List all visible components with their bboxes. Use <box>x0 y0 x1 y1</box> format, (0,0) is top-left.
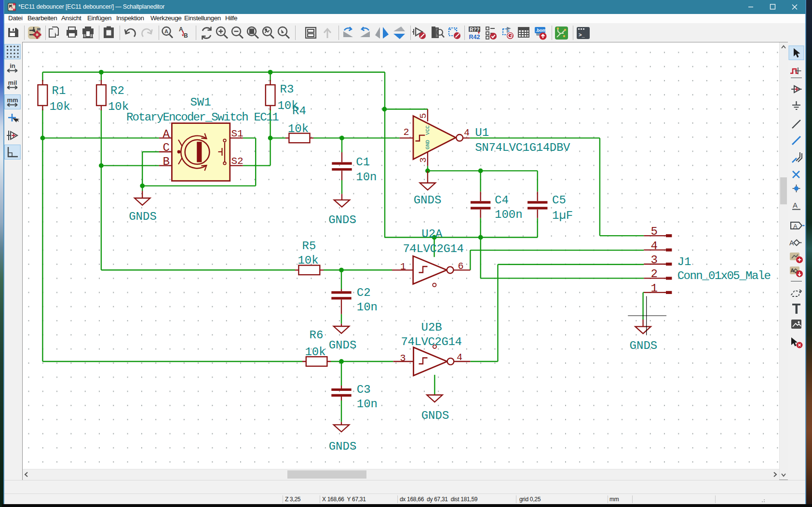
svg-text:74LVC2G14: 74LVC2G14 <box>401 335 462 348</box>
svg-text:5: 5 <box>651 225 658 238</box>
svg-text:10k: 10k <box>49 100 70 113</box>
svg-text:100n: 100n <box>495 208 523 221</box>
svg-text:J1: J1 <box>677 255 691 268</box>
svg-text:U1: U1 <box>475 126 489 139</box>
svg-text:6: 6 <box>458 261 464 272</box>
svg-text:in: in <box>10 62 15 69</box>
svg-text:10n: 10n <box>357 398 378 411</box>
svg-text:VCC: VCC <box>425 125 431 135</box>
svg-text:3: 3 <box>400 353 406 364</box>
svg-text:5: 5 <box>418 113 429 119</box>
svg-text:>_: >_ <box>579 32 585 38</box>
svg-text:R2: R2 <box>110 84 124 97</box>
svg-text:A: A <box>163 128 170 141</box>
svg-text:U2B: U2B <box>421 321 442 334</box>
svg-text:A: A <box>164 28 168 34</box>
svg-text:3: 3 <box>651 254 658 267</box>
svg-text:R??: R?? <box>470 27 479 32</box>
svg-text:R42: R42 <box>469 34 480 40</box>
svg-text:C2: C2 <box>357 286 371 299</box>
svg-text:10k: 10k <box>305 346 325 359</box>
svg-text:B: B <box>184 32 188 39</box>
svg-text:GNDS: GNDS <box>329 339 357 352</box>
svg-text:SW1: SW1 <box>190 96 211 109</box>
svg-text:1: 1 <box>651 282 658 295</box>
svg-text:GNDS: GNDS <box>129 210 157 223</box>
svg-text:A: A <box>793 223 798 230</box>
svg-text:SN74LVC1G14DBV: SN74LVC1G14DBV <box>475 141 570 154</box>
svg-text:R1: R1 <box>52 84 66 97</box>
svg-text:GNDS: GNDS <box>328 213 356 227</box>
svg-text:C: C <box>163 141 170 154</box>
svg-text:C1: C1 <box>356 156 370 169</box>
svg-text:R3: R3 <box>280 83 294 96</box>
svg-text:10k: 10k <box>298 254 318 267</box>
svg-text:10n: 10n <box>356 171 377 184</box>
svg-text:4: 4 <box>464 127 470 138</box>
svg-text:GNDS: GNDS <box>329 440 357 453</box>
svg-text:U2A: U2A <box>421 227 443 240</box>
svg-text:Conn_01x05_Male: Conn_01x05_Male <box>677 269 771 282</box>
svg-text:2: 2 <box>404 127 409 138</box>
svg-text:10k: 10k <box>108 100 129 113</box>
svg-text:2: 2 <box>651 267 658 280</box>
svg-text:4: 4 <box>457 352 462 363</box>
svg-text:B: B <box>163 155 170 168</box>
svg-text:S1: S1 <box>231 128 244 139</box>
svg-text:10n: 10n <box>357 301 378 314</box>
svg-text:A: A <box>793 201 798 209</box>
svg-text:.bom: .bom <box>536 28 546 33</box>
svg-text:mm: mm <box>7 96 18 104</box>
svg-text:RotaryEncoder_Switch EC11: RotaryEncoder_Switch EC11 <box>126 111 279 124</box>
svg-text:1: 1 <box>400 261 406 272</box>
svg-text:4: 4 <box>651 240 658 253</box>
svg-text:3: 3 <box>418 157 429 162</box>
svg-text:R5: R5 <box>302 240 316 253</box>
svg-text:74LVC2G14: 74LVC2G14 <box>403 242 464 255</box>
svg-text:C5: C5 <box>552 194 566 207</box>
svg-text:R6: R6 <box>310 329 324 342</box>
svg-text:GNDS: GNDS <box>414 194 442 207</box>
svg-text:R4: R4 <box>292 105 306 118</box>
svg-text:1µF: 1µF <box>552 209 573 222</box>
svg-text:GNDS: GNDS <box>630 339 658 352</box>
svg-text:C3: C3 <box>357 383 371 396</box>
svg-text:10k: 10k <box>288 122 309 135</box>
svg-text:C4: C4 <box>495 194 509 207</box>
svg-text:GNDS: GNDS <box>421 409 449 422</box>
svg-text:GND: GND <box>425 140 431 149</box>
svg-text:S2: S2 <box>231 156 244 167</box>
svg-text:mil: mil <box>8 79 17 86</box>
